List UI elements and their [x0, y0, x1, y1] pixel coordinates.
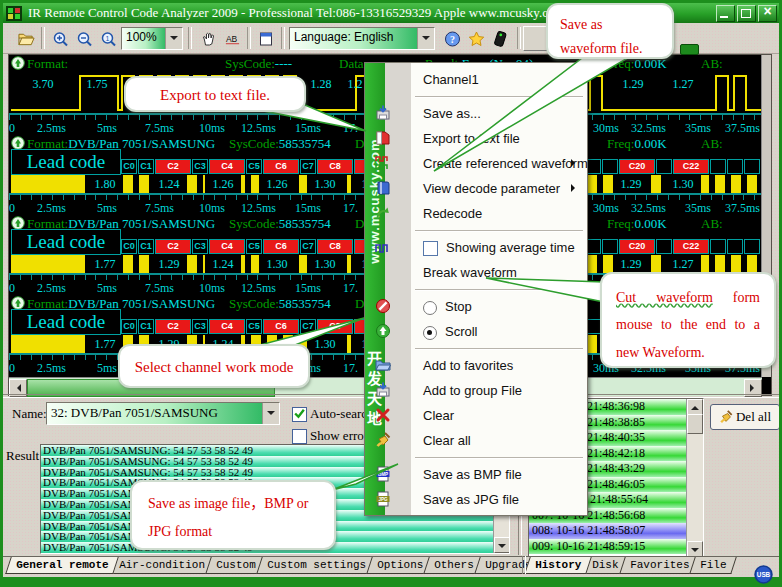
tab-file[interactable]: File [689, 557, 737, 574]
menu-item-save-as-jpg-file[interactable]: JPGSave as JPG file [411, 487, 587, 512]
channel-up-icon[interactable] [11, 136, 25, 150]
zoom-reset-button[interactable]: 1 [95, 26, 121, 52]
toolbar-separator [247, 27, 251, 49]
auto-search-checkbox-row[interactable]: Auto-search [292, 406, 374, 422]
timeline-tick-label: 0 [9, 281, 15, 295]
bit-label-c20: C20 [619, 159, 655, 174]
bit-cell [656, 239, 672, 254]
channel-up-icon[interactable] [11, 296, 25, 310]
zoom-reset-icon: 1 [100, 31, 117, 47]
menu-item-create-referenced-waveform[interactable]: Create referenced waveform [411, 151, 587, 176]
menu-item-break-waveform[interactable]: Break waveform [411, 260, 587, 285]
waveform-pulse [733, 75, 747, 111]
language-combo[interactable]: Language: English [289, 27, 435, 50]
bit-label-c22: C22 [673, 239, 709, 254]
svg-text:?: ? [450, 34, 455, 45]
help-button[interactable]: ? [439, 26, 465, 52]
scroll-down-button[interactable] [494, 537, 510, 553]
bit-cell [710, 239, 726, 254]
bit-label-c1: C1 [138, 159, 154, 174]
menu-item-save-as-bmp-file[interactable]: BMPSave as BMP file [411, 462, 587, 487]
menu-item-label: Break waveform [423, 265, 517, 280]
timeline-tick-label: 12.5ms [241, 121, 276, 135]
scrollbar-thumb[interactable] [687, 414, 703, 434]
menu-item-label: Save as BMP file [423, 467, 522, 482]
history-scrollbar[interactable] [686, 399, 703, 557]
pulse-width-value: 1.26 [259, 175, 295, 193]
left-tab-bar: General remoteAir-conditionCustomCustom … [3, 556, 532, 575]
menu-item-stop[interactable]: Stop [411, 294, 587, 319]
open-file-button[interactable] [13, 26, 39, 52]
menu-item-add-to-group-file[interactable]: Add to group File [411, 378, 587, 403]
syscode-value: 58535754 [279, 216, 331, 231]
tab-history[interactable]: History [524, 557, 592, 574]
menu-item-clear-all[interactable]: Clear all [411, 428, 587, 453]
menu-item-add-to-favorites[interactable]: Add to favorites [411, 353, 587, 378]
pan-hand-button[interactable] [195, 26, 221, 52]
menu-item-clear[interactable]: Clear [411, 403, 587, 428]
timeline-tick-label: 5ms [97, 361, 117, 375]
tab-favorites[interactable]: Favorites [619, 557, 700, 574]
format-label: Format: [27, 56, 68, 71]
menu-item-redecode[interactable]: Redecode [411, 201, 587, 226]
menu-item-export-to-text-file[interactable]: Export to text file [411, 126, 587, 151]
scroll-down-button[interactable] [687, 541, 703, 557]
freq: Freq:0.00K [607, 216, 667, 231]
favorites-button[interactable] [463, 26, 489, 52]
menu-item-label: Add to favorites [423, 358, 513, 373]
name-combo[interactable]: 32: DVB/Pan 7051/SAMSUNG [46, 402, 280, 425]
timeline-tick-label: 17. [343, 201, 358, 215]
history-row-selected[interactable]: 008: 10-16 21:48:58:07 [529, 523, 688, 539]
language-value: Language: English [290, 28, 417, 49]
bit-label-c6: C6 [263, 239, 299, 254]
show-error-checkbox[interactable] [292, 429, 307, 444]
usb-icon[interactable]: USB [754, 565, 773, 584]
pulse-width-value: 1.29 [613, 255, 649, 273]
channel-up-icon[interactable] [11, 56, 25, 70]
menu-item-label: Save as JPG file [423, 492, 519, 507]
menu-checkbox[interactable] [423, 241, 438, 256]
bit-label-c7: C7 [300, 239, 316, 254]
zoom-out-button[interactable] [71, 26, 97, 52]
del-all-button[interactable]: Del all [710, 404, 780, 430]
history-row[interactable]: 009: 10-16 21:48:59:15 [529, 539, 688, 555]
menu-item-scroll[interactable]: Scroll [411, 319, 587, 344]
channel-up-icon[interactable] [11, 216, 25, 230]
minimize-button[interactable] [716, 5, 735, 22]
menu-item-save-as[interactable]: Save as... [411, 101, 587, 126]
remote-tool-button[interactable] [487, 26, 513, 52]
tab-label: Disk [592, 557, 618, 573]
zoom-percent-dropdown-button[interactable] [165, 28, 182, 49]
syscode: SysCode:58535754 [229, 296, 331, 311]
menu-separator [411, 285, 587, 294]
menu-item-showing-average-time[interactable]: Showing average time [411, 235, 587, 260]
menu-radio[interactable] [423, 301, 437, 315]
show-error-checkbox-row[interactable]: Show error [292, 428, 368, 444]
syscode-label: SysCode: [225, 56, 275, 71]
zoom-in-button[interactable] [47, 26, 73, 52]
bit-label-c6: C6 [263, 159, 299, 174]
close-button[interactable] [758, 5, 777, 22]
context-menu: www.mcusky.com 开发天地 Channel1Save as...Ex… [364, 62, 588, 516]
new-window-button[interactable] [253, 26, 279, 52]
menu-item-label: View decode parameter [423, 181, 560, 196]
group-file-icon [375, 382, 391, 398]
syscode: SysCode:---- [225, 56, 292, 71]
syscode-label: SysCode: [229, 216, 279, 231]
pulse-width-value: 1.30 [665, 175, 701, 193]
new-window-icon [258, 31, 275, 47]
scroll-up-button[interactable] [687, 399, 703, 415]
auto-search-checkbox[interactable] [292, 407, 307, 422]
menu-item-view-decode-parameter[interactable]: View decode parameter [411, 176, 587, 201]
tab-general-remote[interactable]: General remote [5, 557, 119, 574]
maximize-button[interactable] [737, 5, 756, 22]
tab-custom-settings[interactable]: Custom settings [256, 557, 377, 574]
menu-radio[interactable] [423, 326, 437, 340]
find-ab-button[interactable]: AB [219, 26, 245, 52]
timeline-tick-label: 10ms [199, 201, 225, 215]
zoom-percent-combo[interactable]: 100% [121, 27, 183, 50]
name-combo-dropdown-button[interactable] [262, 403, 279, 424]
tab-air-condition[interactable]: Air-condition [109, 557, 216, 574]
language-dropdown-button[interactable] [417, 28, 434, 49]
menu-item-channel1[interactable]: Channel1 [411, 67, 587, 92]
